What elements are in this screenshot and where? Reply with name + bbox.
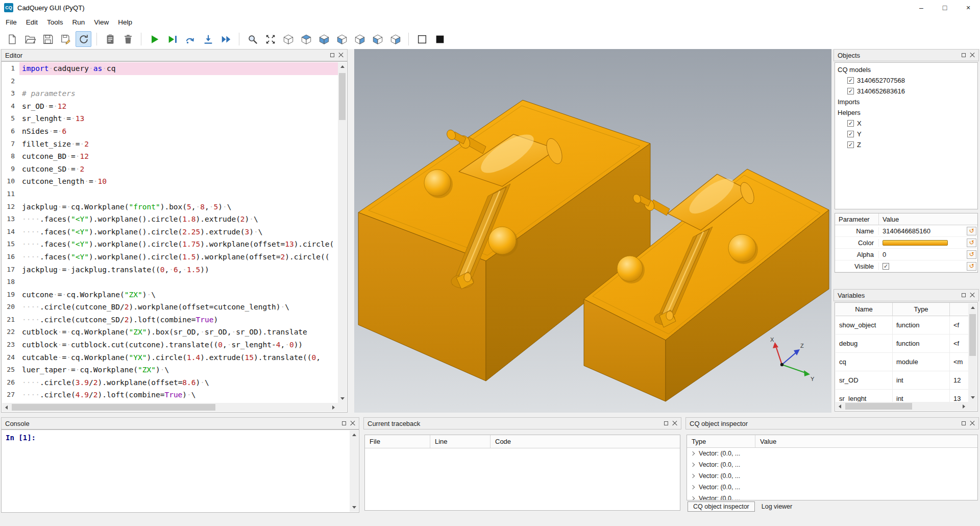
tree-item-cq-models[interactable]: CQ models — [835, 64, 977, 75]
fit-view-button[interactable] — [244, 31, 260, 47]
continue-button[interactable] — [218, 31, 234, 47]
expand-icon[interactable] — [691, 463, 695, 467]
close-panel-icon[interactable] — [970, 53, 975, 58]
variable-row-cq[interactable]: cqmodule<m — [836, 353, 968, 371]
console-body[interactable]: In [1]: — [1, 429, 359, 513]
scrollbar-thumb[interactable] — [845, 403, 912, 410]
editor-vertical-scrollbar[interactable] — [338, 62, 347, 403]
scroll-left-icon[interactable] — [2, 403, 11, 412]
scroll-down-icon[interactable] — [968, 393, 977, 402]
view-top-button[interactable] — [298, 31, 314, 47]
minimize-button[interactable]: – — [910, 0, 933, 15]
view-right-button[interactable] — [387, 31, 403, 47]
close-panel-icon[interactable] — [350, 421, 355, 426]
save-as-button[interactable] — [58, 31, 74, 47]
scrollbar-track[interactable] — [338, 71, 347, 394]
float-panel-icon[interactable] — [664, 421, 668, 425]
scroll-up-icon[interactable] — [968, 303, 977, 312]
inspector-row[interactable]: Vector: (0.0, ... — [687, 459, 977, 470]
view-front-button[interactable] — [334, 31, 350, 47]
reset-icon[interactable]: ↺ — [967, 227, 976, 235]
view-iso-button[interactable] — [280, 31, 296, 47]
tree-item-z[interactable]: ✓Z — [835, 139, 977, 150]
view-back-button[interactable] — [352, 31, 368, 47]
scrollbar-track[interactable] — [350, 439, 358, 503]
tree-item-y[interactable]: ✓Y — [835, 129, 977, 139]
menu-item-file[interactable]: File — [1, 16, 21, 28]
expand-icon[interactable] — [691, 496, 695, 500]
tree-item-imports[interactable]: Imports — [835, 97, 977, 107]
inspector-row[interactable]: Vector: (0.0, ... — [687, 448, 977, 459]
scroll-up-icon[interactable] — [350, 431, 358, 439]
delete-button[interactable] — [120, 31, 136, 47]
expand-icon[interactable] — [691, 474, 695, 478]
viewport-3d[interactable]: X Z Y — [354, 49, 831, 413]
view-bottom-button[interactable] — [316, 31, 332, 47]
inspector-row[interactable]: Vector: (0.0, ... — [687, 470, 977, 482]
scroll-right-icon[interactable] — [329, 403, 338, 412]
variable-row-sr-od[interactable]: sr_ODint12 — [836, 371, 968, 390]
float-panel-icon[interactable] — [330, 53, 334, 57]
menu-item-run[interactable]: Run — [68, 16, 90, 28]
maximize-button[interactable]: □ — [933, 0, 957, 15]
tab-log-viewer[interactable]: Log viewer — [756, 501, 798, 512]
close-panel-icon[interactable] — [672, 421, 677, 426]
editor-horizontal-scrollbar[interactable] — [2, 403, 338, 412]
scroll-left-icon[interactable] — [836, 402, 844, 411]
variable-row-sr-lenght[interactable]: sr_lenghtint13 — [836, 390, 968, 402]
tree-item-3140652683616[interactable]: ✓3140652683616 — [835, 86, 977, 97]
step-button[interactable] — [182, 31, 198, 47]
reset-icon[interactable]: ↺ — [967, 238, 976, 247]
new-file-button[interactable] — [4, 31, 20, 47]
step-in-button[interactable] — [200, 31, 216, 47]
checkbox[interactable]: ✓ — [847, 77, 854, 84]
scrollbar-thumb[interactable] — [969, 314, 976, 356]
console-vertical-scrollbar[interactable] — [350, 431, 358, 512]
variable-row-debug[interactable]: debugfunction<f — [836, 334, 968, 353]
debug-button[interactable] — [164, 31, 180, 47]
expand-icon[interactable] — [691, 451, 695, 456]
wireframe-button[interactable] — [414, 31, 430, 47]
close-panel-icon[interactable] — [338, 53, 344, 58]
scrollbar-track[interactable] — [844, 402, 960, 411]
color-swatch[interactable] — [883, 240, 948, 246]
inspector-row[interactable]: Vector: (0.0, ... — [687, 493, 977, 500]
float-panel-icon[interactable] — [342, 421, 346, 425]
float-panel-icon[interactable] — [962, 53, 966, 57]
close-panel-icon[interactable] — [970, 293, 975, 298]
tree-item-helpers[interactable]: Helpers — [835, 107, 977, 118]
scroll-up-icon[interactable] — [338, 62, 347, 71]
close-panel-icon[interactable] — [970, 421, 975, 426]
menu-item-help[interactable]: Help — [113, 16, 137, 28]
reset-icon[interactable]: ↺ — [967, 262, 976, 271]
close-button[interactable]: × — [957, 0, 980, 15]
save-button[interactable] — [40, 31, 56, 47]
variables-horizontal-scrollbar[interactable] — [836, 402, 968, 411]
fit-all-button[interactable] — [262, 31, 278, 47]
scroll-down-icon[interactable] — [350, 503, 358, 512]
open-file-button[interactable] — [22, 31, 38, 47]
inspector-row[interactable]: Vector: (0.0, ... — [687, 482, 977, 493]
checkbox[interactable]: ✓ — [883, 263, 889, 270]
editor-code-area[interactable]: 1import·cadquery·as·cq23# parameters4sr_… — [2, 62, 338, 403]
scrollbar-track[interactable] — [968, 312, 977, 393]
menu-item-view[interactable]: View — [89, 16, 113, 28]
checkbox[interactable]: ✓ — [847, 120, 854, 127]
scrollbar-track[interactable] — [11, 403, 329, 412]
tab-cq-object-inspector[interactable]: CQ object inspector — [688, 501, 755, 512]
scroll-right-icon[interactable] — [960, 402, 968, 411]
view-left-button[interactable] — [370, 31, 385, 47]
checkbox[interactable]: ✓ — [847, 141, 854, 148]
variables-vertical-scrollbar[interactable] — [968, 303, 977, 402]
expand-icon[interactable] — [691, 485, 695, 489]
render-button[interactable] — [146, 31, 162, 47]
tree-item-3140652707568[interactable]: ✓3140652707568 — [835, 75, 977, 86]
shaded-button[interactable] — [432, 31, 448, 47]
scrollbar-thumb[interactable] — [339, 73, 346, 120]
clear-console-button[interactable] — [102, 31, 118, 47]
scrollbar-thumb[interactable] — [12, 404, 215, 411]
float-panel-icon[interactable] — [962, 293, 966, 297]
menu-item-tools[interactable]: Tools — [42, 16, 68, 28]
tree-item-x[interactable]: ✓X — [835, 118, 977, 129]
float-panel-icon[interactable] — [962, 421, 966, 425]
